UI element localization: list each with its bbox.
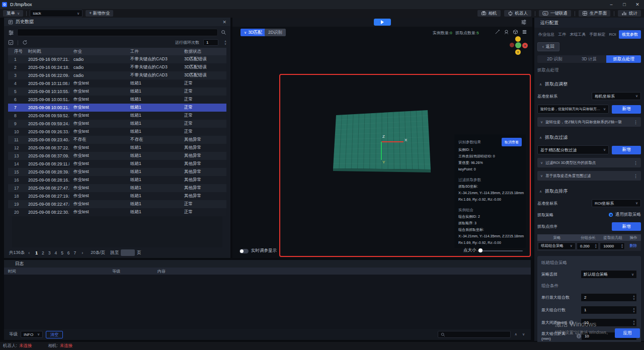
table-row[interactable]: 192025-09-08 08:22:47.805作业test纸箱1正常 [8, 200, 226, 208]
filter-type-select[interactable]: 基于精匹配分数过滤 ∨ [537, 145, 609, 154]
stepper[interactable]: ∧∨ [633, 308, 635, 312]
list-icon[interactable] [522, 29, 527, 35]
table-row[interactable]: 22025-09-16 06:24:18.398cadio不带关键点的CAD33… [8, 63, 226, 71]
config-tab-5[interactable]: ROI [608, 31, 617, 38]
combo-field-input[interactable]: 10∧∨ [581, 318, 637, 327]
table-row[interactable]: 62025-09-08 10:00:51.496作业test纸箱1正常 [8, 96, 226, 104]
table-row[interactable]: 142025-09-08 08:29:11.824作业test纸箱1其他异常 [8, 160, 226, 168]
toolbar-button-一键联通[interactable]: AI一键联通 [539, 10, 571, 17]
tab-2d-recognition[interactable]: 2D识别 [265, 29, 286, 36]
table-row[interactable]: 12025-09-16 09:07:21.364cadio不带关键点的CAD33… [8, 55, 226, 63]
config-subtab-1[interactable]: 2D 识别 [537, 55, 572, 63]
sort-strategy-select[interactable]: 纸箱组合策略 ∨ [538, 242, 576, 250]
filter-add-button[interactable]: 新增 [612, 146, 641, 154]
table-row[interactable]: 32025-09-16 06:22:09.473cadio不带关键点的CAD33… [8, 71, 226, 79]
page-number[interactable]: 4 [52, 250, 59, 255]
table-row[interactable]: 102025-09-08 09:26:33.625作业test纸箱1正常 [8, 128, 226, 136]
combo-field-input[interactable]: 1∧∨ [581, 306, 637, 314]
add-job-button[interactable]: + 新增作业 [86, 10, 113, 17]
chevron-up-icon[interactable]: ∧ [514, 332, 518, 336]
back-button[interactable]: ‹ 返回 [537, 42, 559, 51]
gizmo-axis-dot[interactable] [510, 43, 514, 47]
cancel-view-button[interactable]: 取消查看 [502, 138, 522, 146]
run-cycle-input[interactable]: 1 [203, 39, 218, 46]
table-row[interactable]: 162025-09-08 08:28:16.220作业test纸箱1其他异常 [8, 176, 226, 184]
point-cloud[interactable] [331, 107, 434, 179]
section-grasp-adjust[interactable]: ∧ 抓取点调整 [537, 81, 641, 88]
clear-log-button[interactable]: 清空 [46, 331, 63, 338]
run-button[interactable] [374, 19, 391, 26]
close-button[interactable]: ✕ [631, 0, 644, 9]
config-tab-3[interactable]: 末端工具 [569, 30, 587, 39]
group-step-input[interactable]: 0.200 ∧∨ [577, 242, 599, 250]
select-all-icon[interactable] [8, 40, 14, 45]
table-row[interactable]: 122025-09-08 08:37:22.148作业test纸箱1其他异常 [8, 144, 226, 152]
toolbar-button-相机[interactable]: 相机 [477, 10, 501, 17]
page-number[interactable]: 1 [33, 250, 40, 255]
kebab-menu-icon[interactable]: ⋮ [633, 160, 638, 165]
top-groups-input[interactable]: 10000 ∧∨ [600, 242, 625, 250]
gizmo-axis-dot[interactable] [515, 42, 521, 48]
display-settings-icon[interactable] [521, 19, 527, 25]
job-select[interactable]: sack ∨ [30, 10, 83, 17]
stepper[interactable]: ∧∨ [633, 295, 635, 300]
chevron-down-icon[interactable]: ∨ [521, 332, 526, 336]
run-cycle-stepper[interactable]: ∧∨ [224, 40, 226, 45]
kebab-menu-icon[interactable]: ⋮ [633, 120, 638, 125]
sort-add-button[interactable]: 新增 [612, 222, 641, 231]
grasp-strategy-radio[interactable]: 通用抓取策略 [609, 212, 641, 218]
cube-icon[interactable] [513, 29, 518, 35]
table-row[interactable]: 182025-09-08 08:27:19.554作业test纸箱1其他异常 [8, 192, 226, 200]
kebab-menu-icon[interactable]: ⋮ [633, 173, 638, 179]
info-icon[interactable]: i [569, 320, 574, 325]
toolbar-button-统计[interactable]: 统计 [618, 10, 641, 17]
close-icon[interactable]: ✕ [222, 20, 226, 25]
info-icon[interactable]: i [577, 334, 581, 338]
jump-page-input[interactable] [121, 249, 135, 256]
section-grasp-sort[interactable]: ∧ 抓取点排序 [537, 188, 641, 195]
maximize-button[interactable]: □ [618, 0, 631, 9]
table-row[interactable]: 42025-09-08 10:11:08.860作业test纸箱1正常 [8, 79, 226, 88]
next-page-icon[interactable]: › [80, 250, 85, 255]
search-icon[interactable] [221, 30, 226, 35]
adjust-add-button[interactable]: 新增 [612, 105, 641, 114]
config-tab-1[interactable]: 作业信息 [537, 30, 555, 39]
tab-3d-match[interactable]: ∨ 3D匹配 [240, 29, 266, 36]
apply-button[interactable]: 应用 [615, 328, 640, 338]
page-number[interactable]: 2 [40, 250, 46, 255]
config-tab-6[interactable]: 视觉参数 [619, 30, 641, 39]
table-row[interactable]: 112025-09-08 09:23:40.412不存在不存在其他异常 [8, 136, 226, 144]
combo-strategy-select[interactable]: 默认组合策略 ∨ [581, 270, 637, 279]
table-row[interactable]: 152025-09-08 08:28:39.539作业test纸箱1其他异常 [8, 168, 226, 176]
delete-row-link[interactable]: 删除 [626, 243, 640, 248]
table-row[interactable]: 52025-09-08 10:10:55.832作业test纸箱1正常 [8, 88, 226, 96]
table-row[interactable]: 172025-09-08 08:27:47.363作业test纸箱1其他异常 [8, 184, 226, 192]
toolbar-button-机器人[interactable]: 机器人 [504, 10, 532, 17]
combo-field-input[interactable]: 2∧∨ [581, 293, 637, 302]
viewport[interactable]: ∨ 3D匹配 2D识别 实例数量:0 抓取点数量:5 ✕ Y Z X Y 识别 [232, 18, 532, 258]
table-row[interactable]: 92025-09-08 09:59:24.849作业test纸箱1正常 [8, 120, 226, 128]
refresh-icon[interactable] [22, 40, 28, 45]
rule-card[interactable]: ∨基于抓取姿态角度范围过滤⋮ [537, 171, 641, 181]
section-grasp-filter[interactable]: ∧ 抓取点过滤 [537, 134, 641, 141]
table-row[interactable]: 82025-09-08 09:59:52.344作业test纸箱1正常 [8, 112, 226, 120]
page-number[interactable]: 5 [59, 250, 65, 255]
toolbar-button-生产界面[interactable]: 生产界面 [579, 10, 610, 17]
prev-page-icon[interactable]: ‹ [27, 250, 31, 255]
stepper[interactable]: ∧∨ [621, 244, 623, 248]
page-number[interactable]: 3 [46, 250, 53, 255]
menu-button[interactable]: 菜单 ∨ [3, 10, 23, 17]
adjust-type-select[interactable]: 旋转位姿，使旋转轴方向与目标轴方向一致 ∨ [537, 105, 609, 114]
rule-card[interactable]: ∨旋转位姿，使Z轴方向与目标坐标系的Z轴一致⋮ [537, 117, 641, 127]
config-subtab-3[interactable]: 抓取点处理 [606, 55, 641, 63]
table-row[interactable]: 132025-09-08 08:37:09.184作业test纸箱1其他异常 [8, 152, 226, 160]
log-level-select[interactable]: INFO ∨ [21, 331, 43, 338]
realtime-toggle[interactable] [239, 249, 249, 253]
gizmo-axis-x-dot[interactable]: ✕ [522, 43, 528, 48]
filter-icon[interactable] [8, 30, 14, 36]
measure-icon[interactable] [495, 29, 500, 35]
per-page-label[interactable]: 20条/页 [91, 250, 105, 256]
history-search-input[interactable] [17, 29, 218, 36]
stepper[interactable]: ∧∨ [633, 320, 635, 325]
sort-base-frame-select[interactable]: ROI坐标系 ∨ [592, 199, 641, 207]
